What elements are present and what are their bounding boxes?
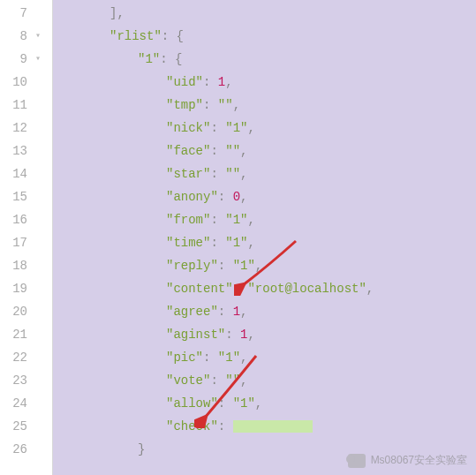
gutter-line: 10 bbox=[0, 71, 52, 94]
gutter-line: 17 bbox=[0, 231, 52, 254]
line-number: 13 bbox=[3, 139, 27, 162]
gutter-line: 7 bbox=[0, 2, 52, 25]
fold-toggle-icon[interactable]: ▾ bbox=[27, 25, 49, 48]
gutter-line: 25 bbox=[0, 415, 52, 438]
gutter-line: 12 bbox=[0, 117, 52, 139]
code-line[interactable]: "allow": "1", bbox=[53, 392, 476, 415]
code-line[interactable]: "star": "", bbox=[53, 162, 476, 185]
fold-toggle-icon[interactable]: ▾ bbox=[27, 48, 49, 71]
code-line[interactable]: "from": "1", bbox=[53, 208, 476, 231]
line-number: 22 bbox=[3, 346, 27, 369]
code-line[interactable]: "pic": "1", bbox=[53, 346, 476, 369]
gutter: 78▾9▾1011121314151617181920212223242526 bbox=[0, 0, 53, 475]
line-number: 23 bbox=[3, 369, 27, 392]
code-line[interactable]: "aginst": 1, bbox=[53, 323, 476, 346]
line-number: 20 bbox=[3, 300, 27, 323]
line-number: 26 bbox=[3, 438, 27, 461]
gutter-line: 23 bbox=[0, 369, 52, 392]
code-line[interactable]: "time": "1", bbox=[53, 231, 476, 254]
code-line[interactable]: "tmp": "", bbox=[53, 94, 476, 117]
code-line[interactable]: "nick": "1", bbox=[53, 117, 476, 139]
gutter-line: 18 bbox=[0, 254, 52, 277]
gutter-line: 11 bbox=[0, 94, 52, 117]
code-editor: 78▾9▾1011121314151617181920212223242526 … bbox=[0, 0, 476, 475]
line-number: 14 bbox=[3, 162, 27, 185]
line-number: 24 bbox=[3, 392, 27, 415]
line-number: 15 bbox=[3, 185, 27, 208]
line-number: 18 bbox=[3, 254, 27, 277]
code-line[interactable]: "face": "", bbox=[53, 139, 476, 162]
line-number: 17 bbox=[3, 231, 27, 254]
gutter-line: 20 bbox=[0, 300, 52, 323]
wechat-icon bbox=[348, 454, 366, 468]
gutter-line: 21 bbox=[0, 323, 52, 346]
line-number: 21 bbox=[3, 323, 27, 346]
code-area[interactable]: ],"rlist": {"1": {"uid": 1,"tmp": "","ni… bbox=[53, 0, 476, 475]
gutter-line: 16 bbox=[0, 208, 52, 231]
gutter-line: 22 bbox=[0, 346, 52, 369]
code-line[interactable]: "anony": 0, bbox=[53, 185, 476, 208]
watermark: Ms08067安全实验室 bbox=[348, 453, 467, 468]
gutter-line: 8▾ bbox=[0, 25, 52, 48]
line-number: 7 bbox=[3, 2, 27, 25]
line-number: 25 bbox=[3, 415, 27, 438]
code-line[interactable]: "reply": "1", bbox=[53, 254, 476, 277]
gutter-line: 26 bbox=[0, 438, 52, 461]
gutter-line: 15 bbox=[0, 185, 52, 208]
code-line[interactable]: "1": { bbox=[53, 48, 476, 71]
line-number: 11 bbox=[3, 94, 27, 117]
watermark-text: Ms08067安全实验室 bbox=[371, 453, 467, 468]
code-line[interactable]: "content": "root@localhost", bbox=[53, 277, 476, 300]
line-number: 9 bbox=[3, 48, 27, 71]
code-line[interactable]: "check": bbox=[53, 415, 476, 438]
code-line[interactable]: "vote": "", bbox=[53, 369, 476, 392]
gutter-line: 24 bbox=[0, 392, 52, 415]
code-line[interactable]: "agree": 1, bbox=[53, 300, 476, 323]
gutter-line: 14 bbox=[0, 162, 52, 185]
line-number: 10 bbox=[3, 71, 27, 94]
gutter-line: 9▾ bbox=[0, 48, 52, 71]
code-line[interactable]: ], bbox=[53, 2, 476, 25]
line-number: 19 bbox=[3, 277, 27, 300]
line-number: 16 bbox=[3, 208, 27, 231]
gutter-line: 19 bbox=[0, 277, 52, 300]
gutter-line: 13 bbox=[0, 139, 52, 162]
code-line[interactable]: "rlist": { bbox=[53, 25, 476, 48]
line-number: 12 bbox=[3, 117, 27, 139]
code-line[interactable]: "uid": 1, bbox=[53, 71, 476, 94]
line-number: 8 bbox=[3, 25, 27, 48]
redacted-value bbox=[233, 420, 313, 433]
